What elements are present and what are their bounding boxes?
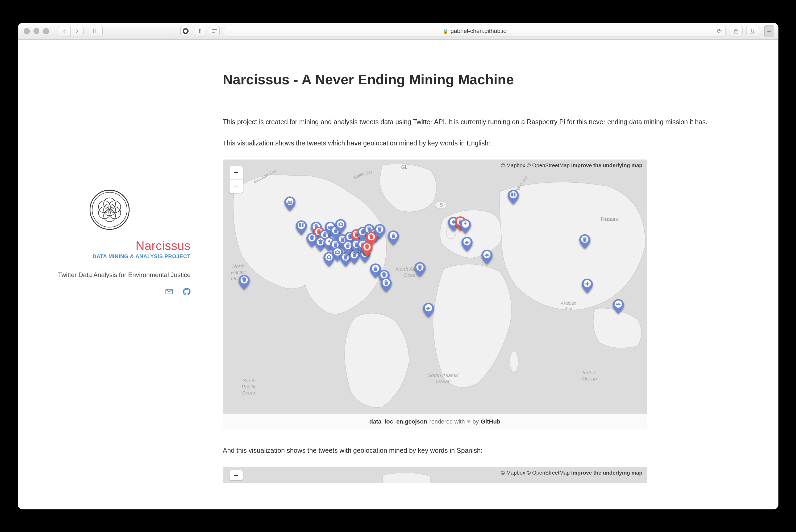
share-button[interactable] (730, 26, 742, 36)
map-pin[interactable] (388, 230, 399, 245)
map-pin[interactable] (582, 279, 593, 293)
extension-button-1[interactable] (180, 26, 191, 36)
new-tab-button[interactable]: + (764, 25, 774, 37)
footer-github-link[interactable]: GitHub (481, 418, 500, 425)
svg-point-22 (298, 222, 305, 229)
article[interactable]: Narcissus - A Never Ending Mining Machin… (204, 40, 778, 509)
minimize-window-button[interactable] (34, 28, 39, 34)
back-button[interactable] (58, 26, 71, 36)
label-is: IS (439, 202, 443, 208)
zoom-in-button-2[interactable]: + (229, 470, 243, 480)
svg-point-20 (510, 351, 518, 373)
label-indian: Indian Ocean (582, 370, 597, 382)
map-canvas[interactable]: + − © Mapbox © OpenStreetMap Improve the… (223, 160, 647, 414)
zoom-in-button[interactable]: + (229, 166, 243, 179)
lines-icon (212, 29, 217, 33)
sidebar-toggle-button[interactable] (90, 26, 103, 36)
map-zoom-controls: + − (229, 166, 243, 193)
site-description: Twitter Data Analysis for Environmental … (58, 271, 191, 279)
caption-spanish: And this visualization shows the tweets … (223, 445, 744, 456)
map2-attribution: © Mapbox © OpenStreetMap Improve the und… (500, 469, 644, 476)
map-pin[interactable] (381, 278, 392, 292)
url-text: gabriel-chen.github.io (451, 27, 506, 35)
map-pin[interactable] (613, 299, 624, 314)
nav-buttons (58, 26, 83, 36)
label-russia: Russia (601, 216, 619, 223)
footer-by: by (473, 418, 479, 425)
map-pin[interactable] (460, 219, 471, 233)
tabs-icon (750, 29, 756, 34)
svg-rect-6 (750, 30, 754, 33)
svg-point-56 (510, 191, 517, 198)
map-pin[interactable] (323, 252, 335, 266)
map-pin[interactable] (423, 303, 434, 317)
geojson-filename[interactable]: data_loc_en.geojson (369, 418, 428, 425)
site-sidebar: Narcissus DATA MINING & ANALYSIS PROJECT… (18, 40, 204, 509)
github-icon (183, 288, 191, 296)
map-pin[interactable] (335, 219, 346, 233)
text-icon: I (199, 27, 201, 35)
zoom-out-button[interactable]: − (229, 179, 243, 193)
map-widget-english: + − © Mapbox © OpenStreetMap Improve the… (223, 159, 647, 430)
extension-button-2[interactable]: I (195, 26, 205, 36)
site-title[interactable]: Narcissus (136, 239, 190, 253)
map-pin[interactable] (579, 234, 590, 249)
page-title: Narcissus - A Never Ending Mining Machin… (223, 72, 754, 88)
social-links (165, 288, 191, 297)
caption-english: This visualization shows the tweets whic… (223, 138, 744, 148)
map-footer: data_loc_en.geojson rendered with ♥ by G… (223, 414, 647, 429)
map-pin[interactable] (481, 250, 493, 264)
map-pin[interactable] (284, 196, 296, 211)
svg-point-28 (337, 221, 344, 228)
email-icon (165, 288, 173, 296)
shield-icon (183, 28, 189, 34)
attrib2-improve[interactable]: Improve the underlying map (571, 470, 643, 476)
site-logo[interactable] (29, 189, 191, 231)
close-window-button[interactable] (24, 28, 30, 34)
map-pin[interactable] (296, 221, 307, 235)
site-subtitle: DATA MINING & ANALYSIS PROJECT (93, 253, 191, 260)
svg-point-42 (325, 253, 333, 261)
map-pin[interactable] (461, 237, 473, 251)
tabs-button[interactable] (746, 26, 759, 36)
map2-zoom-controls: + (229, 470, 243, 480)
reader-button[interactable] (209, 26, 220, 36)
share-icon (734, 28, 739, 34)
attrib-osm[interactable]: © OpenStreetMap (527, 163, 570, 168)
map-pin[interactable] (508, 190, 519, 204)
label-gl: GL (401, 165, 408, 170)
label-arabian: Arabian Sea (561, 301, 576, 311)
map-attribution: © Mapbox © OpenStreetMap Improve the und… (500, 162, 644, 169)
attrib-improve-link[interactable]: Improve the underlying map (571, 163, 643, 168)
label-south-atlantic: South Atlantic Ocean (428, 373, 459, 385)
map-pin[interactable] (239, 275, 250, 289)
svg-rect-0 (93, 29, 99, 33)
sidebar-icon (93, 29, 99, 33)
page-content: Narcissus DATA MINING & ANALYSIS PROJECT… (18, 40, 778, 509)
reload-button[interactable]: ⟳ (717, 27, 722, 35)
map-pin[interactable] (361, 242, 373, 256)
email-link[interactable] (165, 288, 173, 297)
chevron-left-icon (62, 29, 67, 33)
github-link[interactable] (183, 288, 191, 297)
heart-icon: ♥ (467, 418, 471, 425)
footer-mid: rendered with (429, 418, 465, 425)
address-bar[interactable]: 🔒 gabriel-chen.github.io ⟳ (224, 26, 725, 36)
attrib-mapbox[interactable]: © Mapbox (501, 163, 525, 168)
attrib2-mapbox[interactable]: © Mapbox (501, 470, 525, 476)
lock-icon: 🔒 (442, 28, 449, 34)
map-canvas-2[interactable]: + © Mapbox © OpenStreetMap Improve the u… (223, 467, 647, 483)
label-south-pacific: South Pacific Ocean (242, 378, 257, 396)
svg-rect-7 (751, 29, 755, 32)
window-controls (22, 28, 49, 34)
chevron-right-icon (75, 29, 79, 33)
svg-point-41 (334, 248, 341, 255)
maximize-window-button[interactable] (43, 28, 49, 34)
extensions: I (180, 26, 220, 36)
map-widget-spanish: + © Mapbox © OpenStreetMap Improve the u… (223, 467, 647, 483)
forward-button[interactable] (71, 26, 83, 36)
map-pin[interactable] (414, 262, 425, 277)
toolbar-right: + (730, 25, 774, 37)
browser-toolbar: I 🔒 gabriel-chen.github.io ⟳ + (18, 23, 778, 40)
attrib2-osm[interactable]: © OpenStreetMap (527, 470, 570, 476)
